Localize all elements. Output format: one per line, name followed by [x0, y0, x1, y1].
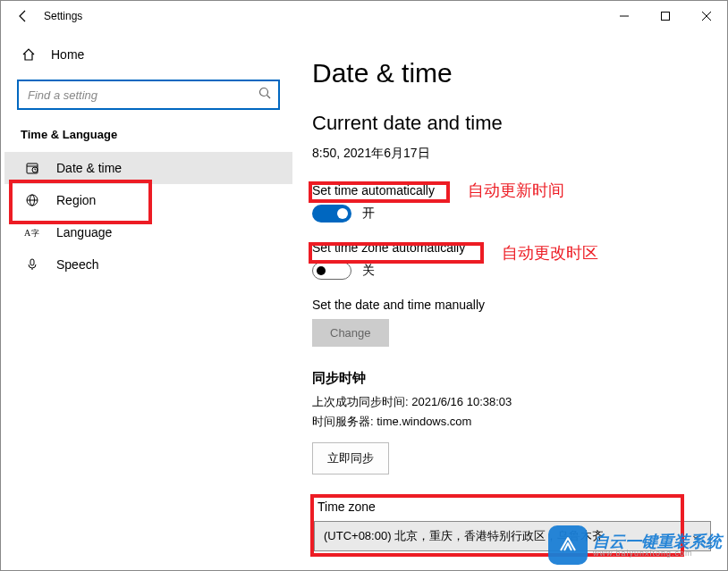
sidebar-item-label: Region [56, 193, 96, 207]
sidebar-item-label: Date & time [56, 161, 122, 175]
close-button[interactable] [686, 1, 727, 31]
watermark: 自云一键重装系统 www.baiyunxitong.com [548, 525, 722, 565]
search-icon [258, 87, 271, 102]
sidebar-item-language[interactable]: A字 Language [4, 216, 292, 248]
set-tz-auto-state: 关 [362, 263, 375, 279]
timezone-label: Time zone [312, 500, 718, 514]
home-icon [21, 47, 37, 62]
set-time-auto-state: 开 [362, 206, 375, 222]
set-time-auto-label: Set time automatically [312, 183, 718, 197]
sidebar-home-label: Home [51, 47, 84, 62]
svg-text:A: A [24, 228, 31, 238]
svg-text:字: 字 [31, 229, 39, 238]
language-icon: A字 [24, 226, 40, 239]
sync-heading: 同步时钟 [312, 370, 718, 387]
svg-point-4 [260, 88, 268, 97]
set-tz-auto-toggle[interactable] [312, 262, 351, 280]
sidebar-section-title: Time & Language [4, 128, 292, 152]
window-title: Settings [38, 10, 82, 22]
set-time-auto-toggle[interactable] [312, 205, 351, 223]
watermark-url: www.baiyunxitong.com [593, 550, 722, 558]
clock-icon [24, 161, 40, 175]
set-manual-label: Set the date and time manually [312, 298, 718, 312]
sidebar-item-date-time[interactable]: Date & time [4, 152, 292, 184]
sidebar-item-region[interactable]: Region [4, 184, 292, 216]
minimize-button[interactable] [604, 1, 645, 31]
svg-rect-16 [30, 259, 34, 265]
set-tz-auto-label: Set time zone automatically [312, 240, 718, 255]
page-title: Date & time [312, 58, 718, 88]
search-input[interactable] [17, 80, 280, 110]
globe-icon [24, 193, 40, 207]
svg-line-5 [267, 96, 271, 99]
change-button: Change [312, 319, 389, 347]
maximize-button[interactable] [645, 1, 686, 31]
watermark-logo [548, 525, 588, 565]
sync-server-line: 时间服务器: time.windows.com [312, 414, 718, 430]
sync-now-button[interactable]: 立即同步 [312, 442, 389, 474]
sidebar-home[interactable]: Home [4, 40, 292, 69]
current-datetime-heading: Current date and time [312, 112, 718, 135]
mic-icon [24, 257, 40, 272]
back-button[interactable] [8, 9, 38, 23]
sidebar-item-label: Speech [56, 257, 98, 272]
sync-last-line: 上次成功同步时间: 2021/6/16 10:38:03 [312, 394, 718, 410]
current-datetime-value: 8:50, 2021年6月17日 [312, 146, 718, 162]
sidebar-item-speech[interactable]: Speech [4, 248, 292, 281]
svg-rect-1 [662, 13, 670, 21]
sidebar-item-label: Language [56, 225, 112, 239]
watermark-brand: 自云一键重装系统 [593, 533, 722, 550]
